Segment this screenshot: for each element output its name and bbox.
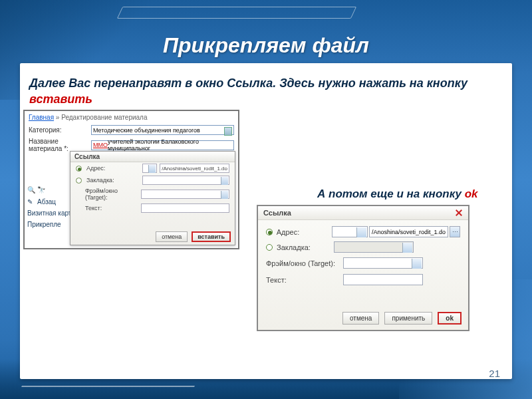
paragraph-tool[interactable]: ✎ Абзац — [27, 198, 71, 205]
link-dialog-small: Ссылка Адрес: /Anoshina/soveti_rodit_1.d… — [70, 151, 235, 245]
insert-button[interactable]: вставить — [192, 231, 231, 242]
category-row: Категория: Методические объединения педа… — [25, 124, 238, 136]
category-value: Методические объединения педагогов — [93, 127, 200, 134]
bookmark-row: Закладка: — [70, 174, 235, 186]
attach-label: Прикрепле — [27, 221, 71, 228]
instruction-prefix: Далее Вас перенаправят в окно Ссылка. Зд… — [29, 76, 467, 90]
chevron-down-icon — [359, 231, 364, 234]
text-input-large[interactable] — [343, 274, 423, 285]
text-input[interactable] — [141, 203, 229, 213]
paragraph-label: Абзац — [37, 198, 56, 205]
apply-button[interactable]: применить — [384, 312, 432, 325]
link-dialog-small-buttons: отмена вставить — [156, 231, 231, 242]
instruction-highlight: вставить — [29, 92, 92, 106]
address-path-input-large[interactable]: /Anoshina/soveti_rodit_1.do — [369, 226, 448, 237]
instruction-text: Далее Вас перенаправят в окно Ссылка. Зд… — [29, 75, 503, 108]
address-row-large: Адрес: /Anoshina/soveti_rodit_1.do ⋯ — [266, 224, 460, 239]
breadcrumb: Главная » Редактирование материала — [25, 111, 238, 124]
target-select-large[interactable] — [343, 257, 423, 269]
breadcrumb-tail: Редактирование материала — [61, 114, 147, 121]
bookmark-radio[interactable] — [76, 178, 82, 184]
link-dialog-large-header: Ссылка — [258, 206, 468, 220]
link-dialog-large: Ссылка Адрес: /Anoshina/soveti_rodit_1.d… — [257, 205, 469, 331]
target-label-large: Фрэйм/окно (Target): — [266, 259, 339, 267]
material-name-label: Название материала *: — [29, 138, 88, 152]
text-label-large: Текст: — [266, 276, 339, 284]
address-path-input[interactable]: /Anoshina/soveti_rodit_1.do — [160, 164, 229, 173]
material-name-input[interactable]: ММО учителей экологии Балаковского муниц… — [91, 140, 234, 150]
editor-side-icons: 🔍 🔭 ✎ Абзац Визитная карт Прикрепле — [27, 186, 71, 228]
page-number: 21 — [489, 368, 500, 379]
instruction-2-text: А потом еще и на кнопку ok — [317, 188, 510, 201]
slide-content-panel: Далее Вас перенаправят в окно Ссылка. Зд… — [20, 63, 512, 379]
chevron-down-icon — [150, 168, 154, 170]
address-radio-large[interactable] — [266, 229, 273, 235]
ok-button[interactable]: ok — [438, 312, 462, 325]
bg-accent-top-bar — [120, 0, 532, 27]
instruction2-prefix: А потом еще и на кнопку — [317, 188, 465, 200]
bookmark-label-large: Закладка: — [277, 243, 330, 251]
editor-page-screenshot: Главная » Редактирование материала Катег… — [23, 110, 239, 249]
material-name-mmo: ММО — [93, 142, 108, 148]
bookmark-select-large[interactable] — [334, 241, 414, 253]
address-protocol-select-large[interactable] — [332, 226, 368, 237]
link-dialog-large-title: Ссылка — [263, 209, 291, 217]
material-name-tail: учителей экологии Балаковского муниципал… — [108, 138, 232, 152]
paragraph-icon: ✎ — [27, 198, 35, 205]
target-label: Фрэйм/окно (Target): — [85, 188, 138, 201]
chevron-down-icon — [405, 246, 410, 249]
address-radio[interactable] — [76, 166, 82, 172]
slide-title: Прикрепляем файл — [0, 33, 532, 58]
text-row-large: Текст: — [258, 271, 468, 288]
target-row: Фрэйм/окно (Target): — [70, 186, 235, 202]
chevron-down-icon — [223, 180, 227, 182]
bookmark-radio-large[interactable] — [266, 244, 273, 251]
bookmark-label: Закладка: — [86, 177, 140, 184]
magnifier-icon: 🔍 — [27, 186, 35, 194]
breadcrumb-home-link[interactable]: Главная — [29, 114, 54, 121]
zoom-tools[interactable]: 🔍 🔭 — [27, 186, 71, 194]
card-label: Визитная карт — [27, 209, 71, 217]
category-label: Категория: — [29, 126, 88, 134]
address-protocol-select[interactable] — [142, 164, 157, 173]
chevron-down-icon — [414, 262, 420, 265]
bookmark-row-large: Закладка: — [266, 239, 460, 255]
close-icon[interactable] — [455, 209, 463, 217]
cancel-button[interactable]: отмена — [156, 231, 188, 242]
category-select[interactable]: Методические объединения педагогов — [91, 125, 234, 135]
instruction2-highlight: ok — [465, 188, 478, 200]
breadcrumb-sep: » — [56, 114, 61, 121]
browse-button[interactable]: ⋯ — [450, 226, 460, 237]
address-row: Адрес: /Anoshina/soveti_rodit_1.do — [70, 162, 235, 174]
binoculars-icon: 🔭 — [37, 186, 45, 194]
address-label-large: Адрес: — [277, 228, 328, 236]
chevron-down-icon — [223, 194, 227, 196]
bookmark-select[interactable] — [142, 176, 229, 185]
link-dialog-title: Ссылка — [70, 152, 235, 162]
target-select[interactable] — [141, 190, 229, 199]
target-row-large: Фрэйм/окно (Target): — [258, 255, 468, 271]
address-label: Адрес: — [86, 165, 140, 172]
chevron-down-icon — [227, 129, 231, 132]
text-row: Текст: — [70, 202, 235, 214]
text-label: Текст: — [85, 205, 138, 211]
link-dialog-large-buttons: отмена применить ok — [342, 312, 462, 325]
cancel-button-large[interactable]: отмена — [342, 312, 379, 325]
